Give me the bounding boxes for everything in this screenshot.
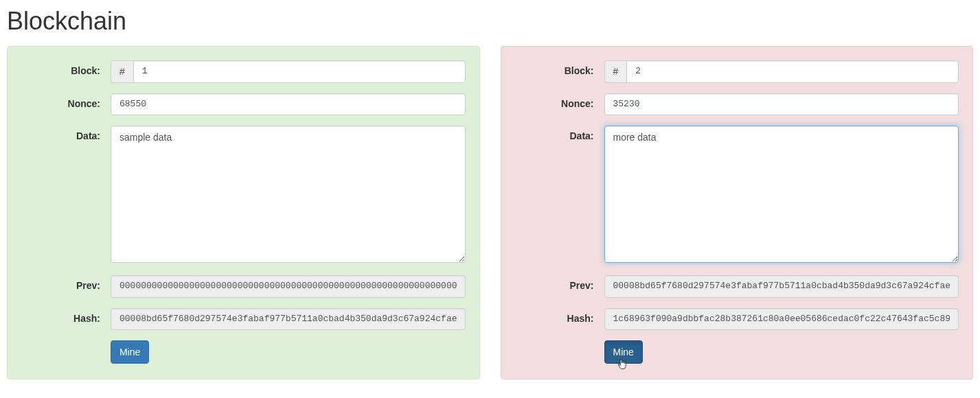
mine-button[interactable]: Mine [604,340,643,364]
data-label: Data: [515,126,604,141]
blocks-row: Block: # Nonce: Data: Prev: [7,46,973,379]
block-number-input[interactable] [626,60,959,83]
data-textarea[interactable] [604,126,959,263]
block-label: Block: [21,60,111,76]
nonce-label: Nonce: [515,93,604,109]
data-label: Data: [21,126,111,141]
prev-hash-output [604,275,959,298]
hash-prefix-icon: # [604,60,627,83]
hash-label: Hash: [515,308,604,324]
block-label: Block: [515,60,604,76]
block-panel-2: Block: # Nonce: Data: Prev: [501,46,974,379]
hash-prefix-icon: # [111,60,133,83]
nonce-input[interactable] [111,93,466,116]
hash-output [111,308,466,331]
nonce-label: Nonce: [21,93,111,109]
block-number-input[interactable] [133,60,466,83]
prev-hash-output [111,275,466,298]
hash-label: Hash: [21,308,111,324]
nonce-input[interactable] [604,93,959,116]
hash-output [604,308,959,331]
mine-button[interactable]: Mine [111,340,149,364]
block-panel-1: Block: # Nonce: Data: Prev: [7,46,480,379]
page-title: Blockchain [7,7,973,36]
prev-label: Prev: [21,275,111,291]
prev-label: Prev: [515,275,604,291]
data-textarea[interactable] [111,126,466,263]
